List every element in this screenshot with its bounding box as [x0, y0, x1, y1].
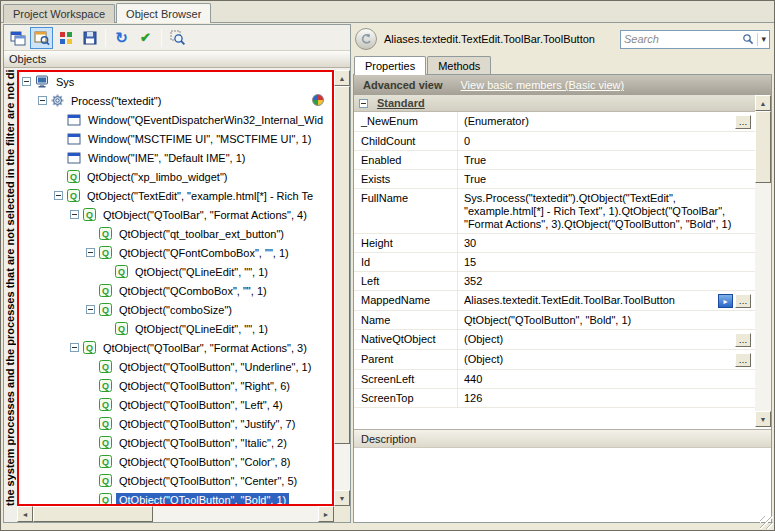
- save-icon: [82, 30, 98, 46]
- ellipsis-button[interactable]: …: [735, 115, 751, 129]
- tree-item[interactable]: Q Window("QEventDispatcherWin32_Internal…: [19, 110, 332, 129]
- panels-icon[interactable]: [6, 27, 29, 49]
- tree-expander[interactable]: [54, 115, 63, 124]
- tree-item[interactable]: Q QtObject("TextEdit", "example.html[*] …: [19, 186, 332, 205]
- property-row[interactable]: NativeQtObject (Object) …: [354, 330, 755, 350]
- map-object-icon[interactable]: [54, 27, 77, 49]
- search-input[interactable]: Search ▾: [620, 30, 770, 49]
- property-row[interactable]: Name QtObject("QToolButton", "Bold", 1): [354, 311, 755, 330]
- tree-expander[interactable]: [86, 495, 95, 504]
- basic-view-link[interactable]: View basic members (Basic view): [460, 79, 624, 91]
- tree-expander[interactable]: [86, 248, 95, 257]
- property-row[interactable]: Enabled True: [354, 151, 755, 170]
- tree-expander[interactable]: [86, 286, 95, 295]
- tree-item[interactable]: Q QtObject("QToolButton", "Bold", 1): [19, 490, 332, 506]
- scrollbar-thumb[interactable]: [33, 506, 153, 522]
- tree-item[interactable]: Q Process("textedit"): [19, 91, 332, 110]
- tree-expander[interactable]: [102, 267, 111, 276]
- property-row[interactable]: Id 15: [354, 253, 755, 272]
- highlight-object-icon[interactable]: [30, 27, 53, 49]
- resize-grip[interactable]: [760, 516, 773, 529]
- refresh-icon[interactable]: ↻: [110, 27, 133, 49]
- tree-item[interactable]: Q QtObject("QFontComboBox", "", 1): [19, 243, 332, 262]
- properties-vertical-scrollbar[interactable]: ▲ ▼: [755, 95, 771, 427]
- find-object-icon[interactable]: [166, 27, 189, 49]
- mapped-object-icon[interactable]: [718, 294, 733, 308]
- property-row[interactable]: MappedName Aliases.textedit.TextEdit.Too…: [354, 291, 755, 311]
- tree-expander[interactable]: [38, 96, 47, 105]
- tree-item[interactable]: Q QtObject("QToolButton", "Underline", 1…: [19, 357, 332, 376]
- tree-item[interactable]: Q QtObject("xp_limbo_widget"): [19, 167, 332, 186]
- ellipsis-button[interactable]: …: [735, 294, 751, 308]
- tree-expander[interactable]: [86, 419, 95, 428]
- property-row[interactable]: Parent (Object) …: [354, 350, 755, 370]
- chevron-down-icon[interactable]: ▾: [761, 34, 766, 44]
- tree-expander[interactable]: [86, 457, 95, 466]
- tree-item[interactable]: Q QtObject("QToolButton", "Justify", 7): [19, 414, 332, 433]
- scrollbar-thumb[interactable]: [755, 111, 771, 183]
- tree-item[interactable]: Q QtObject("QToolBar", "Format Actions",…: [19, 338, 332, 357]
- tree-expander[interactable]: [54, 134, 63, 143]
- property-name: ScreenTop: [354, 389, 458, 407]
- tree-expander[interactable]: [70, 343, 79, 352]
- tree-expander[interactable]: [54, 172, 63, 181]
- property-row[interactable]: ScreenLeft 440: [354, 370, 755, 389]
- scroll-left-button[interactable]: ◄: [17, 506, 33, 522]
- tree-expander[interactable]: [86, 229, 95, 238]
- qt-object-icon: Q: [99, 474, 112, 487]
- tab-methods[interactable]: Methods: [427, 56, 491, 75]
- store-object-icon[interactable]: [78, 27, 101, 49]
- tree-item[interactable]: Q QtObject("QToolButton", "Left", 4): [19, 395, 332, 414]
- group-expander[interactable]: [359, 99, 368, 108]
- tree-item[interactable]: Q QtObject("QToolButton", "Italic", 2): [19, 433, 332, 452]
- tab-project-workspace[interactable]: Project Workspace: [3, 4, 115, 23]
- tree-item[interactable]: Q QtObject("qt_toolbar_ext_button"): [19, 224, 332, 243]
- back-icon[interactable]: [355, 28, 377, 50]
- tree-expander[interactable]: [70, 210, 79, 219]
- tree-expander[interactable]: [22, 77, 31, 86]
- ellipsis-button[interactable]: …: [735, 353, 751, 367]
- tab-properties[interactable]: Properties: [354, 56, 426, 75]
- tree-item[interactable]: Q QtObject("QToolBar", "Format Actions",…: [19, 205, 332, 224]
- scroll-down-button[interactable]: ▼: [755, 411, 771, 427]
- tree-item[interactable]: Q Window("MSCTFIME UI", "MSCTFIME UI", 1…: [19, 129, 332, 148]
- standard-group-header[interactable]: Standard: [354, 95, 755, 112]
- scroll-down-button[interactable]: ▼: [334, 490, 350, 506]
- tree-item[interactable]: Q QtObject("QLineEdit", "", 1): [19, 319, 332, 338]
- scroll-right-button[interactable]: ►: [318, 506, 334, 522]
- check-object-icon[interactable]: ✔: [134, 27, 157, 49]
- tree-item[interactable]: Q QtObject("QToolButton", "Right", 6): [19, 376, 332, 395]
- tree-item[interactable]: Q Sys: [19, 72, 332, 91]
- tree-expander[interactable]: [86, 362, 95, 371]
- tab-object-browser[interactable]: Object Browser: [116, 3, 211, 23]
- tree-expander[interactable]: [86, 381, 95, 390]
- scroll-up-button[interactable]: ▲: [755, 95, 771, 111]
- tree-expander[interactable]: [86, 476, 95, 485]
- tree-horizontal-scrollbar[interactable]: ◄ ►: [17, 506, 334, 522]
- qt-object-icon: Q: [99, 303, 112, 316]
- scroll-up-button[interactable]: ▲: [334, 70, 350, 86]
- property-row[interactable]: FullName Sys.Process("textedit").QtObjec…: [354, 189, 755, 234]
- property-row[interactable]: _NewEnum (Enumerator) …: [354, 112, 755, 132]
- tree-expander[interactable]: [86, 438, 95, 447]
- tree-item[interactable]: Q QtObject("QToolButton", "Center", 5): [19, 471, 332, 490]
- property-row[interactable]: ChildCount 0: [354, 132, 755, 151]
- tree-item[interactable]: Q QtObject("comboSize"): [19, 300, 332, 319]
- tree-expander[interactable]: [54, 191, 63, 200]
- scrollbar-thumb[interactable]: [334, 86, 350, 444]
- tree-item[interactable]: Q QtObject("QLineEdit", "", 1): [19, 262, 332, 281]
- property-row[interactable]: Exists True: [354, 170, 755, 189]
- ellipsis-button[interactable]: …: [735, 333, 751, 347]
- tree-expander[interactable]: [102, 324, 111, 333]
- tree-vertical-scrollbar[interactable]: ▲ ▼: [334, 70, 350, 506]
- tree-item[interactable]: Q QtObject("QComboBox", "", 1): [19, 281, 332, 300]
- tree-expander[interactable]: [86, 400, 95, 409]
- tree-expander[interactable]: [86, 305, 95, 314]
- property-row[interactable]: ScreenTop 126: [354, 389, 755, 408]
- tree-item[interactable]: Q QtObject("QToolButton", "Color", 8): [19, 452, 332, 471]
- property-row[interactable]: Left 352: [354, 272, 755, 291]
- property-row[interactable]: Height 30: [354, 234, 755, 253]
- tree-expander[interactable]: [54, 153, 63, 162]
- qt-object-icon: Q: [99, 398, 112, 411]
- tree-item[interactable]: Q Window("IME", "Default IME", 1): [19, 148, 332, 167]
